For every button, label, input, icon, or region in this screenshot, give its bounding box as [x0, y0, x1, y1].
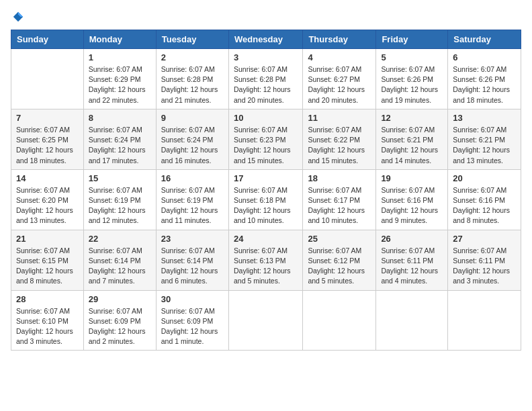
calendar-cell — [376, 290, 448, 351]
day-info: Sunrise: 6:07 AM Sunset: 6:19 PM Dayligh… — [89, 185, 151, 226]
calendar-cell: 30Sunrise: 6:07 AM Sunset: 6:09 PM Dayli… — [156, 290, 228, 351]
day-info: Sunrise: 6:07 AM Sunset: 6:09 PM Dayligh… — [161, 306, 224, 347]
calendar-cell: 27Sunrise: 6:07 AM Sunset: 6:11 PM Dayli… — [448, 230, 521, 290]
day-number: 10 — [234, 113, 298, 123]
day-info: Sunrise: 6:07 AM Sunset: 6:14 PM Dayligh… — [89, 246, 151, 287]
day-number: 7 — [16, 113, 79, 123]
day-info: Sunrise: 6:07 AM Sunset: 6:23 PM Dayligh… — [234, 125, 298, 166]
day-number: 3 — [234, 52, 298, 62]
day-number: 17 — [234, 173, 298, 183]
calendar-week-row: 1Sunrise: 6:07 AM Sunset: 6:29 PM Daylig… — [11, 49, 521, 109]
header-friday: Friday — [376, 30, 448, 49]
calendar-cell: 26Sunrise: 6:07 AM Sunset: 6:11 PM Dayli… — [376, 230, 448, 290]
day-info: Sunrise: 6:07 AM Sunset: 6:29 PM Dayligh… — [89, 64, 151, 105]
day-info: Sunrise: 6:07 AM Sunset: 6:16 PM Dayligh… — [453, 185, 516, 226]
calendar-week-row: 28Sunrise: 6:07 AM Sunset: 6:10 PM Dayli… — [11, 290, 521, 351]
calendar-week-row: 14Sunrise: 6:07 AM Sunset: 6:20 PM Dayli… — [11, 169, 521, 230]
day-info: Sunrise: 6:07 AM Sunset: 6:27 PM Dayligh… — [308, 64, 371, 105]
page-header — [11, 11, 521, 23]
day-info: Sunrise: 6:07 AM Sunset: 6:28 PM Dayligh… — [161, 64, 224, 105]
day-info: Sunrise: 6:07 AM Sunset: 6:21 PM Dayligh… — [453, 125, 516, 166]
calendar-cell: 8Sunrise: 6:07 AM Sunset: 6:24 PM Daylig… — [83, 109, 156, 169]
calendar-cell: 22Sunrise: 6:07 AM Sunset: 6:14 PM Dayli… — [83, 230, 156, 290]
header-saturday: Saturday — [448, 30, 521, 49]
day-info: Sunrise: 6:07 AM Sunset: 6:16 PM Dayligh… — [381, 185, 443, 226]
calendar-cell: 3Sunrise: 6:07 AM Sunset: 6:28 PM Daylig… — [228, 49, 302, 109]
day-number: 25 — [308, 234, 371, 244]
header-sunday: Sunday — [11, 30, 84, 49]
day-number: 27 — [453, 234, 516, 244]
logo — [11, 11, 24, 23]
calendar-cell: 20Sunrise: 6:07 AM Sunset: 6:16 PM Dayli… — [448, 169, 521, 230]
calendar-cell: 16Sunrise: 6:07 AM Sunset: 6:19 PM Dayli… — [156, 169, 228, 230]
calendar-cell: 14Sunrise: 6:07 AM Sunset: 6:20 PM Dayli… — [11, 169, 84, 230]
calendar-cell — [11, 49, 84, 109]
day-number: 13 — [453, 113, 516, 123]
day-info: Sunrise: 6:07 AM Sunset: 6:28 PM Dayligh… — [234, 64, 298, 105]
day-number: 19 — [381, 173, 443, 183]
calendar-cell: 15Sunrise: 6:07 AM Sunset: 6:19 PM Dayli… — [83, 169, 156, 230]
calendar-cell: 21Sunrise: 6:07 AM Sunset: 6:15 PM Dayli… — [11, 230, 84, 290]
calendar-cell — [448, 290, 521, 351]
calendar-cell: 19Sunrise: 6:07 AM Sunset: 6:16 PM Dayli… — [376, 169, 448, 230]
day-info: Sunrise: 6:07 AM Sunset: 6:12 PM Dayligh… — [308, 246, 371, 287]
calendar-cell — [303, 290, 376, 351]
calendar-cell: 10Sunrise: 6:07 AM Sunset: 6:23 PM Dayli… — [228, 109, 302, 169]
day-number: 26 — [381, 234, 443, 244]
calendar-cell — [228, 290, 302, 351]
day-info: Sunrise: 6:07 AM Sunset: 6:26 PM Dayligh… — [381, 64, 443, 105]
calendar-cell: 4Sunrise: 6:07 AM Sunset: 6:27 PM Daylig… — [303, 49, 376, 109]
day-number: 4 — [308, 52, 371, 62]
day-number: 21 — [16, 234, 79, 244]
calendar-cell: 29Sunrise: 6:07 AM Sunset: 6:09 PM Dayli… — [83, 290, 156, 351]
day-info: Sunrise: 6:07 AM Sunset: 6:09 PM Dayligh… — [89, 306, 151, 347]
calendar-table: SundayMondayTuesdayWednesdayThursdayFrid… — [11, 30, 521, 351]
logo-icon — [12, 11, 24, 23]
day-number: 23 — [161, 234, 224, 244]
day-number: 2 — [161, 52, 224, 62]
calendar-cell: 13Sunrise: 6:07 AM Sunset: 6:21 PM Dayli… — [448, 109, 521, 169]
calendar-cell: 23Sunrise: 6:07 AM Sunset: 6:14 PM Dayli… — [156, 230, 228, 290]
day-info: Sunrise: 6:07 AM Sunset: 6:14 PM Dayligh… — [161, 246, 224, 287]
day-number: 6 — [453, 52, 516, 62]
day-number: 22 — [89, 234, 151, 244]
day-number: 11 — [308, 113, 371, 123]
day-info: Sunrise: 6:07 AM Sunset: 6:11 PM Dayligh… — [381, 246, 443, 287]
calendar-cell: 9Sunrise: 6:07 AM Sunset: 6:24 PM Daylig… — [156, 109, 228, 169]
calendar-cell: 2Sunrise: 6:07 AM Sunset: 6:28 PM Daylig… — [156, 49, 228, 109]
day-info: Sunrise: 6:07 AM Sunset: 6:18 PM Dayligh… — [234, 185, 298, 226]
day-info: Sunrise: 6:07 AM Sunset: 6:19 PM Dayligh… — [161, 185, 224, 226]
calendar-cell: 5Sunrise: 6:07 AM Sunset: 6:26 PM Daylig… — [376, 49, 448, 109]
day-number: 14 — [16, 173, 79, 183]
calendar-week-row: 7Sunrise: 6:07 AM Sunset: 6:25 PM Daylig… — [11, 109, 521, 169]
day-number: 20 — [453, 173, 516, 183]
day-number: 30 — [161, 294, 224, 304]
day-number: 5 — [381, 52, 443, 62]
calendar-week-row: 21Sunrise: 6:07 AM Sunset: 6:15 PM Dayli… — [11, 230, 521, 290]
day-info: Sunrise: 6:07 AM Sunset: 6:17 PM Dayligh… — [308, 185, 371, 226]
day-info: Sunrise: 6:07 AM Sunset: 6:24 PM Dayligh… — [89, 125, 151, 166]
calendar-cell: 17Sunrise: 6:07 AM Sunset: 6:18 PM Dayli… — [228, 169, 302, 230]
header-wednesday: Wednesday — [228, 30, 302, 49]
calendar-cell: 24Sunrise: 6:07 AM Sunset: 6:13 PM Dayli… — [228, 230, 302, 290]
calendar-cell: 1Sunrise: 6:07 AM Sunset: 6:29 PM Daylig… — [83, 49, 156, 109]
day-number: 16 — [161, 173, 224, 183]
day-info: Sunrise: 6:07 AM Sunset: 6:13 PM Dayligh… — [234, 246, 298, 287]
day-info: Sunrise: 6:07 AM Sunset: 6:11 PM Dayligh… — [453, 246, 516, 287]
calendar-cell: 7Sunrise: 6:07 AM Sunset: 6:25 PM Daylig… — [11, 109, 84, 169]
calendar-header-row: SundayMondayTuesdayWednesdayThursdayFrid… — [11, 30, 521, 49]
calendar-cell: 25Sunrise: 6:07 AM Sunset: 6:12 PM Dayli… — [303, 230, 376, 290]
day-info: Sunrise: 6:07 AM Sunset: 6:25 PM Dayligh… — [16, 125, 79, 166]
day-number: 28 — [16, 294, 79, 304]
calendar-cell: 12Sunrise: 6:07 AM Sunset: 6:21 PM Dayli… — [376, 109, 448, 169]
day-info: Sunrise: 6:07 AM Sunset: 6:15 PM Dayligh… — [16, 246, 79, 287]
day-number: 15 — [89, 173, 151, 183]
day-number: 18 — [308, 173, 371, 183]
calendar-cell: 6Sunrise: 6:07 AM Sunset: 6:26 PM Daylig… — [448, 49, 521, 109]
header-tuesday: Tuesday — [156, 30, 228, 49]
day-info: Sunrise: 6:07 AM Sunset: 6:21 PM Dayligh… — [381, 125, 443, 166]
calendar-cell: 18Sunrise: 6:07 AM Sunset: 6:17 PM Dayli… — [303, 169, 376, 230]
calendar-cell: 28Sunrise: 6:07 AM Sunset: 6:10 PM Dayli… — [11, 290, 84, 351]
day-number: 1 — [89, 52, 151, 62]
day-info: Sunrise: 6:07 AM Sunset: 6:26 PM Dayligh… — [453, 64, 516, 105]
